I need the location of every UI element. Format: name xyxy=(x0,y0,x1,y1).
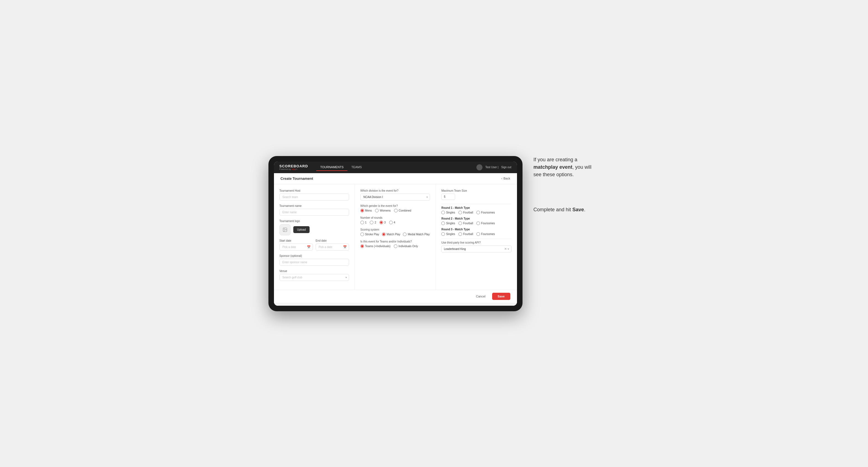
round2-fourball[interactable]: Fourball xyxy=(459,221,473,225)
gender-womens-radio[interactable] xyxy=(375,209,379,212)
api-remove-icon[interactable]: ✕ xyxy=(504,247,507,250)
form-col-2: Which division is the event for? NCAA Di… xyxy=(355,184,436,290)
round1-radio-group: Singles Fourball Foursomes xyxy=(441,211,511,214)
save-button[interactable]: Save xyxy=(492,293,510,300)
gender-radio-group: Mens Womens Combined xyxy=(361,209,430,212)
logo-upload-area: Upload xyxy=(279,224,349,235)
scoring-match-label: Match Play xyxy=(386,233,400,236)
max-team-size-label: Maximum Team Size xyxy=(441,189,511,192)
round2-foursomes-radio[interactable] xyxy=(476,221,480,225)
calendar-icon: 📅 xyxy=(307,245,311,249)
logo-area: SCOREBOARD Powered by clippit xyxy=(279,164,308,170)
scoring-label: Scoring system xyxy=(361,228,430,231)
round3-fourball[interactable]: Fourball xyxy=(459,232,473,236)
round1-foursomes[interactable]: Foursomes xyxy=(476,211,495,214)
annotation-top-text: If you are creating a matchplay event, y… xyxy=(533,156,600,178)
division-select[interactable]: NCAA Division I xyxy=(361,194,430,200)
round-2-radio[interactable] xyxy=(370,221,373,224)
round1-match-type: Round 1 - Match Type Singles Fourball xyxy=(441,206,511,214)
scoring-stroke-play[interactable]: Stroke Play xyxy=(361,232,379,236)
gender-combined[interactable]: Combined xyxy=(394,209,411,212)
round1-foursomes-radio[interactable] xyxy=(476,211,480,214)
form-area: Tournament Host Tournament name Tourname… xyxy=(274,184,517,290)
upload-button[interactable]: Upload xyxy=(293,226,310,233)
round2-singles[interactable]: Singles xyxy=(441,221,455,225)
round2-fourball-radio[interactable] xyxy=(459,221,462,225)
round-3[interactable]: 3 xyxy=(379,221,386,224)
logo-placeholder-icon xyxy=(279,224,290,235)
gender-womens[interactable]: Womens xyxy=(375,209,391,212)
gender-mens-radio[interactable] xyxy=(361,209,364,212)
round-2-label: 2 xyxy=(374,221,376,224)
nav-right: Test User | Sign out xyxy=(476,164,511,170)
gender-mens[interactable]: Mens xyxy=(361,209,372,212)
round2-foursomes-label: Foursomes xyxy=(481,222,495,225)
division-label: Which division is the event for? xyxy=(361,189,430,192)
venue-input[interactable] xyxy=(279,274,349,281)
max-team-size-input[interactable] xyxy=(441,194,455,200)
form-col-3: Maximum Team Size Round 1 - Match Type S… xyxy=(436,184,517,290)
round-3-label: 3 xyxy=(384,221,386,224)
api-select[interactable]: Leaderboard King ✕ ▾ xyxy=(441,246,511,252)
scoring-medal-radio[interactable] xyxy=(403,232,406,236)
round3-singles[interactable]: Singles xyxy=(441,232,455,236)
round-1-radio[interactable] xyxy=(361,221,364,224)
annotations: If you are creating a matchplay event, y… xyxy=(533,156,600,214)
individuals-only[interactable]: Individuals Only xyxy=(394,244,418,248)
sign-out-link[interactable]: Sign out xyxy=(501,166,512,169)
round-2[interactable]: 2 xyxy=(370,221,376,224)
nav-teams[interactable]: TEAMS xyxy=(347,164,366,171)
round1-fourball-label: Fourball xyxy=(463,211,473,214)
round2-radio-group: Singles Fourball Foursomes xyxy=(441,221,511,225)
round1-fourball-radio[interactable] xyxy=(459,211,462,214)
page-content: Create Tournament ‹ Back Tournament Host xyxy=(274,173,517,306)
navbar: SCOREBOARD Powered by clippit TOURNAMENT… xyxy=(274,161,517,173)
individuals-only-radio[interactable] xyxy=(394,244,397,248)
round-3-radio[interactable] xyxy=(379,221,383,224)
gender-womens-label: Womens xyxy=(380,209,391,212)
round1-singles[interactable]: Singles xyxy=(441,211,455,214)
scoring-medal-match[interactable]: Medal Match Play xyxy=(403,232,429,236)
divider-2 xyxy=(441,239,511,239)
round3-fourball-radio[interactable] xyxy=(459,232,462,236)
round3-foursomes-radio[interactable] xyxy=(476,232,480,236)
round1-singles-radio[interactable] xyxy=(441,211,445,214)
round-4[interactable]: 4 xyxy=(389,221,396,224)
division-group: Which division is the event for? NCAA Di… xyxy=(361,189,430,200)
round-1[interactable]: 1 xyxy=(361,221,367,224)
scoring-match-play[interactable]: Match Play xyxy=(382,232,400,236)
sponsor-input[interactable] xyxy=(279,259,349,266)
sponsor-label: Sponsor (optional) xyxy=(279,254,349,257)
teams-plus-radio[interactable] xyxy=(361,244,364,248)
logo-brand: clippit xyxy=(291,168,298,170)
sponsor-group: Sponsor (optional) xyxy=(279,254,349,266)
round-4-radio[interactable] xyxy=(389,221,393,224)
teams-plus-individuals[interactable]: Teams (+Individuals) xyxy=(361,244,391,248)
scoring-stroke-radio[interactable] xyxy=(361,232,364,236)
round1-fourball[interactable]: Fourball xyxy=(459,211,473,214)
round3-foursomes[interactable]: Foursomes xyxy=(476,232,495,236)
round2-singles-radio[interactable] xyxy=(441,221,445,225)
cancel-button[interactable]: Cancel xyxy=(472,293,489,300)
tournament-name-input[interactable] xyxy=(279,209,349,216)
tournament-logo-label: Tournament logo xyxy=(279,220,349,223)
round-1-label: 1 xyxy=(365,221,367,224)
annotation-top: If you are creating a matchplay event, y… xyxy=(533,156,600,178)
scoring-match-radio[interactable] xyxy=(382,232,385,236)
annotation-bold-save: Save xyxy=(572,207,584,212)
tournament-host-input[interactable] xyxy=(279,194,349,200)
form-col-1: Tournament Host Tournament name Tourname… xyxy=(274,184,355,290)
venue-group: Venue ▾ xyxy=(279,270,349,281)
avatar xyxy=(476,164,483,170)
back-button[interactable]: ‹ Back xyxy=(501,177,510,180)
nav-tournaments[interactable]: TOURNAMENTS xyxy=(316,164,347,171)
round3-singles-label: Singles xyxy=(446,232,455,236)
gender-combined-radio[interactable] xyxy=(394,209,398,212)
start-date-label: Start date xyxy=(279,239,313,242)
round3-singles-radio[interactable] xyxy=(441,232,445,236)
round1-label: Round 1 - Match Type xyxy=(441,206,511,209)
round3-radio-group: Singles Fourball Foursomes xyxy=(441,232,511,236)
gender-group: Which gender is the event for? Mens Wome… xyxy=(361,205,430,212)
round3-label: Round 3 - Match Type xyxy=(441,228,511,231)
round2-foursomes[interactable]: Foursomes xyxy=(476,221,495,225)
